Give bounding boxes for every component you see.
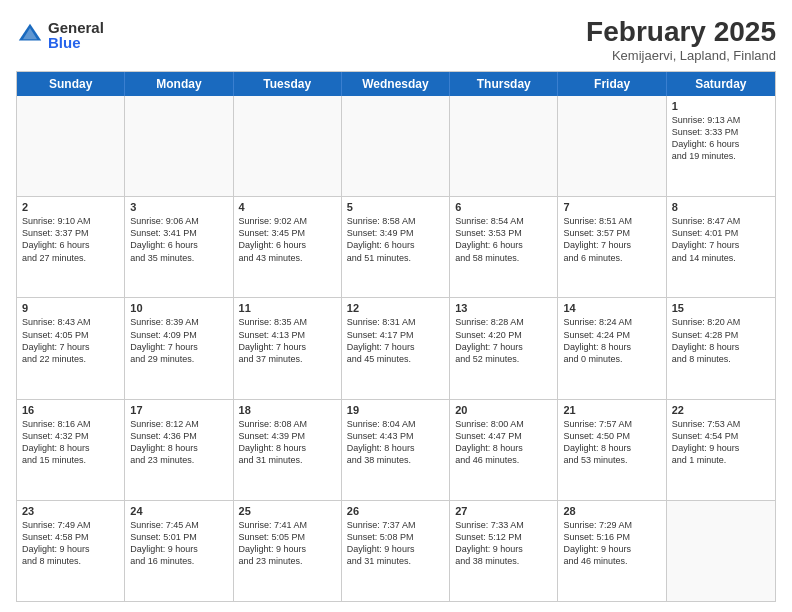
calendar-cell: 8Sunrise: 8:47 AM Sunset: 4:01 PM Daylig… (667, 197, 775, 297)
calendar-cell: 11Sunrise: 8:35 AM Sunset: 4:13 PM Dayli… (234, 298, 342, 398)
day-number: 8 (672, 201, 770, 213)
calendar-cell: 15Sunrise: 8:20 AM Sunset: 4:28 PM Dayli… (667, 298, 775, 398)
calendar-cell (17, 96, 125, 196)
calendar-cell: 1Sunrise: 9:13 AM Sunset: 3:33 PM Daylig… (667, 96, 775, 196)
calendar: SundayMondayTuesdayWednesdayThursdayFrid… (16, 71, 776, 602)
logo-blue: Blue (48, 35, 104, 50)
calendar-header-cell: Tuesday (234, 72, 342, 96)
cell-text: Sunrise: 7:49 AM Sunset: 4:58 PM Dayligh… (22, 519, 119, 568)
calendar-header-cell: Sunday (17, 72, 125, 96)
calendar-cell (125, 96, 233, 196)
calendar-cell (667, 501, 775, 601)
cell-text: Sunrise: 8:31 AM Sunset: 4:17 PM Dayligh… (347, 316, 444, 365)
cell-text: Sunrise: 8:54 AM Sunset: 3:53 PM Dayligh… (455, 215, 552, 264)
day-number: 25 (239, 505, 336, 517)
calendar-cell: 20Sunrise: 8:00 AM Sunset: 4:47 PM Dayli… (450, 400, 558, 500)
cell-text: Sunrise: 8:39 AM Sunset: 4:09 PM Dayligh… (130, 316, 227, 365)
calendar-cell: 13Sunrise: 8:28 AM Sunset: 4:20 PM Dayli… (450, 298, 558, 398)
calendar-header-cell: Monday (125, 72, 233, 96)
calendar-header-cell: Wednesday (342, 72, 450, 96)
main-title: February 2025 (586, 16, 776, 48)
calendar-cell: 6Sunrise: 8:54 AM Sunset: 3:53 PM Daylig… (450, 197, 558, 297)
calendar-row: 23Sunrise: 7:49 AM Sunset: 4:58 PM Dayli… (17, 500, 775, 601)
logo-icon (16, 21, 44, 49)
cell-text: Sunrise: 8:04 AM Sunset: 4:43 PM Dayligh… (347, 418, 444, 467)
calendar-body: 1Sunrise: 9:13 AM Sunset: 3:33 PM Daylig… (17, 96, 775, 601)
calendar-cell: 3Sunrise: 9:06 AM Sunset: 3:41 PM Daylig… (125, 197, 233, 297)
calendar-header: SundayMondayTuesdayWednesdayThursdayFrid… (17, 72, 775, 96)
calendar-cell: 19Sunrise: 8:04 AM Sunset: 4:43 PM Dayli… (342, 400, 450, 500)
calendar-cell: 14Sunrise: 8:24 AM Sunset: 4:24 PM Dayli… (558, 298, 666, 398)
day-number: 12 (347, 302, 444, 314)
calendar-cell: 21Sunrise: 7:57 AM Sunset: 4:50 PM Dayli… (558, 400, 666, 500)
cell-text: Sunrise: 8:24 AM Sunset: 4:24 PM Dayligh… (563, 316, 660, 365)
calendar-header-cell: Friday (558, 72, 666, 96)
cell-text: Sunrise: 9:02 AM Sunset: 3:45 PM Dayligh… (239, 215, 336, 264)
calendar-cell (342, 96, 450, 196)
cell-text: Sunrise: 7:33 AM Sunset: 5:12 PM Dayligh… (455, 519, 552, 568)
calendar-cell (234, 96, 342, 196)
title-block: February 2025 Kemijaervi, Lapland, Finla… (586, 16, 776, 63)
day-number: 16 (22, 404, 119, 416)
cell-text: Sunrise: 8:43 AM Sunset: 4:05 PM Dayligh… (22, 316, 119, 365)
day-number: 23 (22, 505, 119, 517)
day-number: 24 (130, 505, 227, 517)
calendar-cell: 27Sunrise: 7:33 AM Sunset: 5:12 PM Dayli… (450, 501, 558, 601)
day-number: 9 (22, 302, 119, 314)
cell-text: Sunrise: 8:00 AM Sunset: 4:47 PM Dayligh… (455, 418, 552, 467)
calendar-cell: 12Sunrise: 8:31 AM Sunset: 4:17 PM Dayli… (342, 298, 450, 398)
day-number: 20 (455, 404, 552, 416)
cell-text: Sunrise: 8:51 AM Sunset: 3:57 PM Dayligh… (563, 215, 660, 264)
day-number: 10 (130, 302, 227, 314)
day-number: 3 (130, 201, 227, 213)
logo: General Blue (16, 20, 104, 50)
calendar-cell: 10Sunrise: 8:39 AM Sunset: 4:09 PM Dayli… (125, 298, 233, 398)
day-number: 2 (22, 201, 119, 213)
day-number: 5 (347, 201, 444, 213)
day-number: 27 (455, 505, 552, 517)
calendar-row: 16Sunrise: 8:16 AM Sunset: 4:32 PM Dayli… (17, 399, 775, 500)
day-number: 18 (239, 404, 336, 416)
day-number: 4 (239, 201, 336, 213)
cell-text: Sunrise: 8:35 AM Sunset: 4:13 PM Dayligh… (239, 316, 336, 365)
calendar-row: 9Sunrise: 8:43 AM Sunset: 4:05 PM Daylig… (17, 297, 775, 398)
cell-text: Sunrise: 8:20 AM Sunset: 4:28 PM Dayligh… (672, 316, 770, 365)
day-number: 19 (347, 404, 444, 416)
calendar-cell (450, 96, 558, 196)
cell-text: Sunrise: 8:28 AM Sunset: 4:20 PM Dayligh… (455, 316, 552, 365)
logo-text: General Blue (48, 20, 104, 50)
day-number: 15 (672, 302, 770, 314)
calendar-cell: 5Sunrise: 8:58 AM Sunset: 3:49 PM Daylig… (342, 197, 450, 297)
day-number: 14 (563, 302, 660, 314)
calendar-row: 2Sunrise: 9:10 AM Sunset: 3:37 PM Daylig… (17, 196, 775, 297)
day-number: 11 (239, 302, 336, 314)
day-number: 28 (563, 505, 660, 517)
cell-text: Sunrise: 7:41 AM Sunset: 5:05 PM Dayligh… (239, 519, 336, 568)
subtitle: Kemijaervi, Lapland, Finland (586, 48, 776, 63)
page: General Blue February 2025 Kemijaervi, L… (0, 0, 792, 612)
day-number: 17 (130, 404, 227, 416)
calendar-row: 1Sunrise: 9:13 AM Sunset: 3:33 PM Daylig… (17, 96, 775, 196)
calendar-cell: 4Sunrise: 9:02 AM Sunset: 3:45 PM Daylig… (234, 197, 342, 297)
cell-text: Sunrise: 7:37 AM Sunset: 5:08 PM Dayligh… (347, 519, 444, 568)
calendar-cell: 9Sunrise: 8:43 AM Sunset: 4:05 PM Daylig… (17, 298, 125, 398)
day-number: 1 (672, 100, 770, 112)
cell-text: Sunrise: 9:06 AM Sunset: 3:41 PM Dayligh… (130, 215, 227, 264)
header: General Blue February 2025 Kemijaervi, L… (16, 16, 776, 63)
day-number: 13 (455, 302, 552, 314)
day-number: 22 (672, 404, 770, 416)
cell-text: Sunrise: 8:08 AM Sunset: 4:39 PM Dayligh… (239, 418, 336, 467)
cell-text: Sunrise: 7:45 AM Sunset: 5:01 PM Dayligh… (130, 519, 227, 568)
day-number: 6 (455, 201, 552, 213)
cell-text: Sunrise: 8:12 AM Sunset: 4:36 PM Dayligh… (130, 418, 227, 467)
calendar-cell: 22Sunrise: 7:53 AM Sunset: 4:54 PM Dayli… (667, 400, 775, 500)
calendar-cell: 26Sunrise: 7:37 AM Sunset: 5:08 PM Dayli… (342, 501, 450, 601)
calendar-cell: 25Sunrise: 7:41 AM Sunset: 5:05 PM Dayli… (234, 501, 342, 601)
cell-text: Sunrise: 8:16 AM Sunset: 4:32 PM Dayligh… (22, 418, 119, 467)
calendar-cell: 7Sunrise: 8:51 AM Sunset: 3:57 PM Daylig… (558, 197, 666, 297)
calendar-header-cell: Saturday (667, 72, 775, 96)
cell-text: Sunrise: 7:57 AM Sunset: 4:50 PM Dayligh… (563, 418, 660, 467)
calendar-cell: 24Sunrise: 7:45 AM Sunset: 5:01 PM Dayli… (125, 501, 233, 601)
calendar-cell: 18Sunrise: 8:08 AM Sunset: 4:39 PM Dayli… (234, 400, 342, 500)
cell-text: Sunrise: 8:58 AM Sunset: 3:49 PM Dayligh… (347, 215, 444, 264)
